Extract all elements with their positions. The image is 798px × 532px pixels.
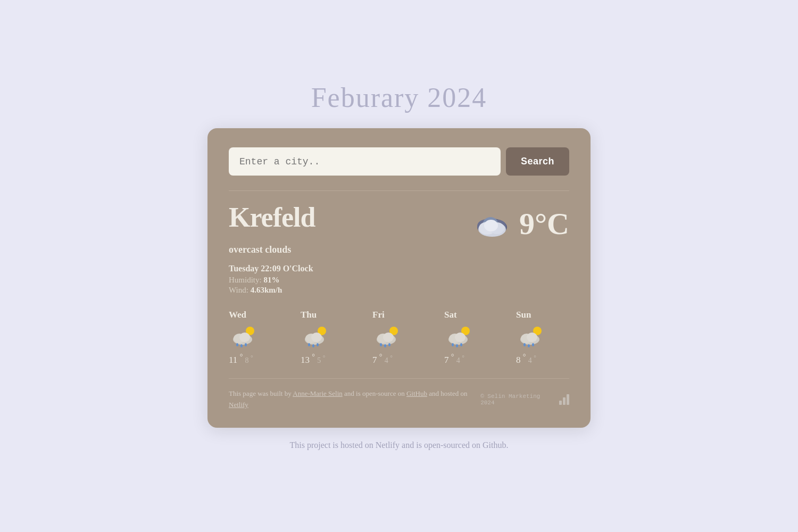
current-temp: 9°C <box>519 209 569 239</box>
netlify-link[interactable]: Netlify <box>229 401 248 409</box>
wind-value: 4.63km/h <box>251 286 282 294</box>
bottom-text: This project is hosted on Netlify and is… <box>289 440 508 450</box>
weather-card: Search Krefeld 9°C overcast clouds <box>207 128 591 427</box>
forecast-temp-range: 8 ° 4 ° <box>516 352 536 365</box>
page-title: Feburary 2024 <box>311 82 487 113</box>
forecast-day: Thu13 ° 5 ° <box>301 310 354 365</box>
forecast-temp-range: 7 ° 4 ° <box>372 352 393 365</box>
forecast-day: Wed11 ° 8 ° <box>229 310 282 365</box>
bar-chart-icon <box>559 394 569 405</box>
svg-point-34 <box>456 344 458 347</box>
humidity-value: 81% <box>263 276 279 284</box>
forecast-day-label: Wed <box>229 310 246 320</box>
footer-text3: and hosted on <box>427 389 467 397</box>
svg-point-14 <box>245 343 247 346</box>
wind-row: Wind: 4.63km/h <box>229 286 569 295</box>
forecast-day: Sun8 ° 4 ° <box>516 310 569 365</box>
brand-text: © Selin Marketing 2024 <box>480 393 555 406</box>
city-name: Krefeld <box>229 204 315 231</box>
search-button[interactable]: Search <box>506 147 569 176</box>
svg-point-26 <box>380 343 382 346</box>
datetime: Tuesday 22:09 O'Clock <box>229 264 569 273</box>
current-weather-icon <box>468 208 511 240</box>
forecast-day-label: Sun <box>516 310 531 320</box>
condition-text: overcast clouds <box>229 244 569 255</box>
author-link[interactable]: Anne-Marie Selin <box>293 389 343 397</box>
footer-brand: © Selin Marketing 2024 <box>480 393 569 406</box>
svg-point-42 <box>532 343 534 346</box>
svg-point-20 <box>312 344 314 347</box>
footer-text: This page was built by Anne-Marie Selin … <box>229 388 480 411</box>
footer-divider <box>229 378 569 379</box>
humidity-row: Humidity: 81% <box>229 276 569 285</box>
svg-point-12 <box>236 343 238 346</box>
forecast-day-label: Thu <box>301 310 317 320</box>
svg-point-28 <box>388 343 390 346</box>
svg-point-25 <box>383 332 394 342</box>
forecast-day-label: Fri <box>372 310 385 320</box>
wind-label: Wind: <box>229 286 248 294</box>
forecast-icon <box>444 325 474 348</box>
footer: This page was built by Anne-Marie Selin … <box>229 388 569 411</box>
forecast-icon <box>516 325 546 348</box>
svg-point-21 <box>317 343 319 346</box>
svg-point-35 <box>460 343 462 346</box>
forecast-day: Sat7 ° 4 ° <box>444 310 497 365</box>
divider-top <box>229 190 569 191</box>
forecast-icon <box>229 325 259 348</box>
svg-point-33 <box>452 343 454 346</box>
github-link[interactable]: GitHub <box>406 389 427 397</box>
svg-point-11 <box>239 332 250 342</box>
svg-point-39 <box>527 332 537 342</box>
forecast-temp-range: 7 ° 4 ° <box>444 352 464 365</box>
svg-point-13 <box>240 344 243 347</box>
svg-point-19 <box>308 343 310 346</box>
city-info: Krefeld <box>229 204 315 231</box>
main-weather: Krefeld 9°C <box>229 204 569 240</box>
forecast-icon <box>301 325 330 348</box>
search-row: Search <box>229 147 569 176</box>
weather-details: Tuesday 22:09 O'Clock Humidity: 81% Wind… <box>229 264 569 295</box>
svg-point-32 <box>455 332 466 342</box>
forecast-temp-range: 11 ° 8 ° <box>229 352 253 365</box>
svg-point-7 <box>484 220 498 231</box>
footer-text2: and is open-source on <box>343 389 406 397</box>
forecast-row: Wed11 ° 8 °Thu13 ° 5 °Fri7 ° 4 °Sat7 ° 4… <box>229 310 569 365</box>
svg-point-41 <box>528 344 530 347</box>
forecast-day: Fri7 ° 4 ° <box>372 310 426 365</box>
forecast-icon <box>372 325 402 348</box>
svg-point-40 <box>523 343 526 346</box>
footer-text1: This page was built by <box>229 389 293 397</box>
forecast-day-label: Sat <box>444 310 457 320</box>
weather-right: 9°C <box>468 208 569 240</box>
city-search-input[interactable] <box>229 147 501 176</box>
svg-point-18 <box>311 332 322 342</box>
humidity-label: Humidity: <box>229 276 262 284</box>
forecast-temp-range: 13 ° 5 ° <box>301 352 325 365</box>
svg-point-27 <box>384 344 386 347</box>
